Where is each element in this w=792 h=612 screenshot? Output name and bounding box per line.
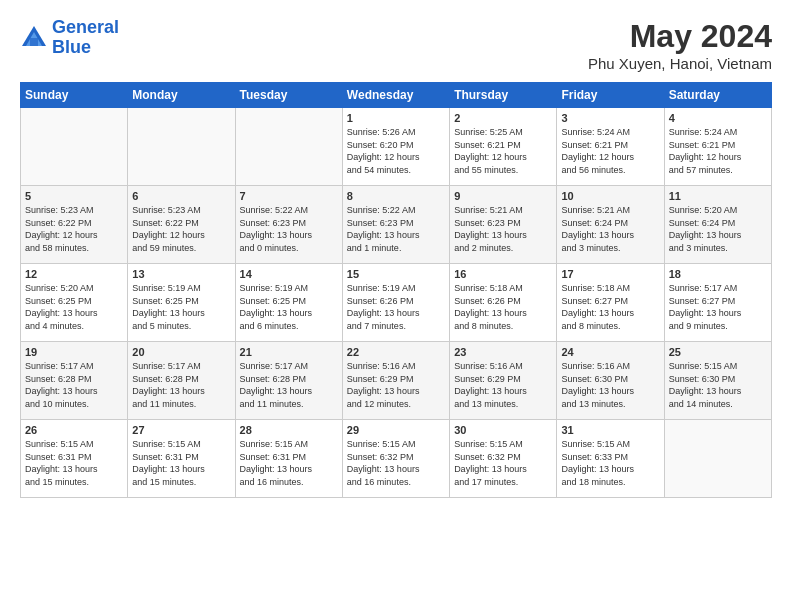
day-info: Sunrise: 5:15 AM Sunset: 6:33 PM Dayligh… [561, 438, 659, 488]
day-number: 3 [561, 112, 659, 124]
col-header-friday: Friday [557, 83, 664, 108]
day-number: 9 [454, 190, 552, 202]
day-number: 20 [132, 346, 230, 358]
day-number: 1 [347, 112, 445, 124]
calendar-cell: 2Sunrise: 5:25 AM Sunset: 6:21 PM Daylig… [450, 108, 557, 186]
day-info: Sunrise: 5:15 AM Sunset: 6:32 PM Dayligh… [454, 438, 552, 488]
day-number: 13 [132, 268, 230, 280]
calendar-table: SundayMondayTuesdayWednesdayThursdayFrid… [20, 82, 772, 498]
day-number: 12 [25, 268, 123, 280]
day-info: Sunrise: 5:26 AM Sunset: 6:20 PM Dayligh… [347, 126, 445, 176]
header: General Blue May 2024 Phu Xuyen, Hanoi, … [20, 18, 772, 72]
col-header-monday: Monday [128, 83, 235, 108]
day-info: Sunrise: 5:16 AM Sunset: 6:29 PM Dayligh… [454, 360, 552, 410]
logo-text: General Blue [52, 18, 119, 58]
day-info: Sunrise: 5:16 AM Sunset: 6:30 PM Dayligh… [561, 360, 659, 410]
day-number: 11 [669, 190, 767, 202]
calendar-cell: 10Sunrise: 5:21 AM Sunset: 6:24 PM Dayli… [557, 186, 664, 264]
day-info: Sunrise: 5:17 AM Sunset: 6:27 PM Dayligh… [669, 282, 767, 332]
calendar-cell: 25Sunrise: 5:15 AM Sunset: 6:30 PM Dayli… [664, 342, 771, 420]
day-info: Sunrise: 5:20 AM Sunset: 6:25 PM Dayligh… [25, 282, 123, 332]
calendar-cell [21, 108, 128, 186]
calendar-cell: 12Sunrise: 5:20 AM Sunset: 6:25 PM Dayli… [21, 264, 128, 342]
day-info: Sunrise: 5:20 AM Sunset: 6:24 PM Dayligh… [669, 204, 767, 254]
calendar-cell: 21Sunrise: 5:17 AM Sunset: 6:28 PM Dayli… [235, 342, 342, 420]
day-info: Sunrise: 5:15 AM Sunset: 6:32 PM Dayligh… [347, 438, 445, 488]
day-number: 15 [347, 268, 445, 280]
day-number: 14 [240, 268, 338, 280]
day-info: Sunrise: 5:19 AM Sunset: 6:26 PM Dayligh… [347, 282, 445, 332]
day-info: Sunrise: 5:25 AM Sunset: 6:21 PM Dayligh… [454, 126, 552, 176]
day-number: 21 [240, 346, 338, 358]
day-info: Sunrise: 5:22 AM Sunset: 6:23 PM Dayligh… [240, 204, 338, 254]
day-info: Sunrise: 5:23 AM Sunset: 6:22 PM Dayligh… [25, 204, 123, 254]
calendar-cell: 11Sunrise: 5:20 AM Sunset: 6:24 PM Dayli… [664, 186, 771, 264]
day-info: Sunrise: 5:15 AM Sunset: 6:31 PM Dayligh… [132, 438, 230, 488]
calendar-cell: 4Sunrise: 5:24 AM Sunset: 6:21 PM Daylig… [664, 108, 771, 186]
day-info: Sunrise: 5:18 AM Sunset: 6:27 PM Dayligh… [561, 282, 659, 332]
day-number: 29 [347, 424, 445, 436]
week-row-3: 12Sunrise: 5:20 AM Sunset: 6:25 PM Dayli… [21, 264, 772, 342]
week-row-1: 1Sunrise: 5:26 AM Sunset: 6:20 PM Daylig… [21, 108, 772, 186]
day-number: 22 [347, 346, 445, 358]
day-number: 16 [454, 268, 552, 280]
day-info: Sunrise: 5:16 AM Sunset: 6:29 PM Dayligh… [347, 360, 445, 410]
day-info: Sunrise: 5:17 AM Sunset: 6:28 PM Dayligh… [25, 360, 123, 410]
day-number: 17 [561, 268, 659, 280]
day-number: 18 [669, 268, 767, 280]
col-header-tuesday: Tuesday [235, 83, 342, 108]
col-header-thursday: Thursday [450, 83, 557, 108]
col-header-sunday: Sunday [21, 83, 128, 108]
week-row-2: 5Sunrise: 5:23 AM Sunset: 6:22 PM Daylig… [21, 186, 772, 264]
day-number: 24 [561, 346, 659, 358]
day-number: 25 [669, 346, 767, 358]
day-number: 6 [132, 190, 230, 202]
week-row-4: 19Sunrise: 5:17 AM Sunset: 6:28 PM Dayli… [21, 342, 772, 420]
day-number: 19 [25, 346, 123, 358]
calendar-cell: 24Sunrise: 5:16 AM Sunset: 6:30 PM Dayli… [557, 342, 664, 420]
calendar-cell: 19Sunrise: 5:17 AM Sunset: 6:28 PM Dayli… [21, 342, 128, 420]
calendar-cell: 27Sunrise: 5:15 AM Sunset: 6:31 PM Dayli… [128, 420, 235, 498]
day-number: 5 [25, 190, 123, 202]
calendar-cell [664, 420, 771, 498]
calendar-cell: 8Sunrise: 5:22 AM Sunset: 6:23 PM Daylig… [342, 186, 449, 264]
day-info: Sunrise: 5:21 AM Sunset: 6:24 PM Dayligh… [561, 204, 659, 254]
day-number: 26 [25, 424, 123, 436]
calendar-cell [235, 108, 342, 186]
calendar-cell: 15Sunrise: 5:19 AM Sunset: 6:26 PM Dayli… [342, 264, 449, 342]
day-info: Sunrise: 5:24 AM Sunset: 6:21 PM Dayligh… [669, 126, 767, 176]
day-number: 8 [347, 190, 445, 202]
day-number: 28 [240, 424, 338, 436]
calendar-cell: 1Sunrise: 5:26 AM Sunset: 6:20 PM Daylig… [342, 108, 449, 186]
day-number: 4 [669, 112, 767, 124]
col-header-saturday: Saturday [664, 83, 771, 108]
calendar-cell: 26Sunrise: 5:15 AM Sunset: 6:31 PM Dayli… [21, 420, 128, 498]
calendar-cell: 9Sunrise: 5:21 AM Sunset: 6:23 PM Daylig… [450, 186, 557, 264]
calendar-cell: 23Sunrise: 5:16 AM Sunset: 6:29 PM Dayli… [450, 342, 557, 420]
calendar-cell: 31Sunrise: 5:15 AM Sunset: 6:33 PM Dayli… [557, 420, 664, 498]
day-info: Sunrise: 5:15 AM Sunset: 6:31 PM Dayligh… [240, 438, 338, 488]
day-info: Sunrise: 5:18 AM Sunset: 6:26 PM Dayligh… [454, 282, 552, 332]
main-title: May 2024 [588, 18, 772, 55]
day-number: 27 [132, 424, 230, 436]
day-number: 31 [561, 424, 659, 436]
logo-blue: Blue [52, 37, 91, 57]
day-info: Sunrise: 5:17 AM Sunset: 6:28 PM Dayligh… [240, 360, 338, 410]
calendar-cell: 14Sunrise: 5:19 AM Sunset: 6:25 PM Dayli… [235, 264, 342, 342]
day-info: Sunrise: 5:15 AM Sunset: 6:31 PM Dayligh… [25, 438, 123, 488]
calendar-cell: 17Sunrise: 5:18 AM Sunset: 6:27 PM Dayli… [557, 264, 664, 342]
day-info: Sunrise: 5:22 AM Sunset: 6:23 PM Dayligh… [347, 204, 445, 254]
calendar-cell [128, 108, 235, 186]
calendar-cell: 22Sunrise: 5:16 AM Sunset: 6:29 PM Dayli… [342, 342, 449, 420]
calendar-cell: 5Sunrise: 5:23 AM Sunset: 6:22 PM Daylig… [21, 186, 128, 264]
calendar-cell: 6Sunrise: 5:23 AM Sunset: 6:22 PM Daylig… [128, 186, 235, 264]
title-block: May 2024 Phu Xuyen, Hanoi, Vietnam [588, 18, 772, 72]
header-row: SundayMondayTuesdayWednesdayThursdayFrid… [21, 83, 772, 108]
day-number: 2 [454, 112, 552, 124]
col-header-wednesday: Wednesday [342, 83, 449, 108]
calendar-cell: 3Sunrise: 5:24 AM Sunset: 6:21 PM Daylig… [557, 108, 664, 186]
day-info: Sunrise: 5:17 AM Sunset: 6:28 PM Dayligh… [132, 360, 230, 410]
calendar-cell: 16Sunrise: 5:18 AM Sunset: 6:26 PM Dayli… [450, 264, 557, 342]
subtitle: Phu Xuyen, Hanoi, Vietnam [588, 55, 772, 72]
logo: General Blue [20, 18, 119, 58]
